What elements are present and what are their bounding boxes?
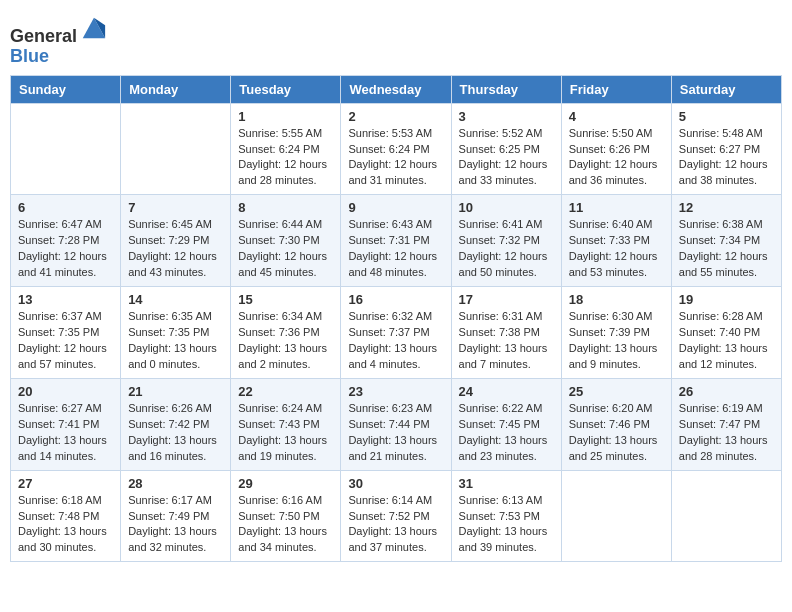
day-info: Sunrise: 5:48 AM Sunset: 6:27 PM Dayligh… xyxy=(679,126,774,190)
day-info: Sunrise: 6:34 AM Sunset: 7:36 PM Dayligh… xyxy=(238,309,333,373)
logo-blue: Blue xyxy=(10,46,49,66)
calendar-cell: 6Sunrise: 6:47 AM Sunset: 7:28 PM Daylig… xyxy=(11,195,121,287)
day-info: Sunrise: 6:43 AM Sunset: 7:31 PM Dayligh… xyxy=(348,217,443,281)
calendar-cell: 1Sunrise: 5:55 AM Sunset: 6:24 PM Daylig… xyxy=(231,103,341,195)
day-info: Sunrise: 6:41 AM Sunset: 7:32 PM Dayligh… xyxy=(459,217,554,281)
day-number: 15 xyxy=(238,292,333,307)
calendar-cell: 8Sunrise: 6:44 AM Sunset: 7:30 PM Daylig… xyxy=(231,195,341,287)
calendar-cell: 3Sunrise: 5:52 AM Sunset: 6:25 PM Daylig… xyxy=(451,103,561,195)
day-info: Sunrise: 6:26 AM Sunset: 7:42 PM Dayligh… xyxy=(128,401,223,465)
calendar-header-row: SundayMondayTuesdayWednesdayThursdayFrid… xyxy=(11,75,782,103)
calendar-cell xyxy=(671,470,781,562)
day-info: Sunrise: 6:38 AM Sunset: 7:34 PM Dayligh… xyxy=(679,217,774,281)
day-of-week-header: Tuesday xyxy=(231,75,341,103)
day-number: 2 xyxy=(348,109,443,124)
day-number: 25 xyxy=(569,384,664,399)
day-number: 24 xyxy=(459,384,554,399)
calendar-cell: 10Sunrise: 6:41 AM Sunset: 7:32 PM Dayli… xyxy=(451,195,561,287)
day-number: 10 xyxy=(459,200,554,215)
day-info: Sunrise: 6:16 AM Sunset: 7:50 PM Dayligh… xyxy=(238,493,333,557)
day-of-week-header: Saturday xyxy=(671,75,781,103)
day-info: Sunrise: 6:18 AM Sunset: 7:48 PM Dayligh… xyxy=(18,493,113,557)
calendar-cell: 29Sunrise: 6:16 AM Sunset: 7:50 PM Dayli… xyxy=(231,470,341,562)
day-number: 27 xyxy=(18,476,113,491)
calendar-cell: 18Sunrise: 6:30 AM Sunset: 7:39 PM Dayli… xyxy=(561,287,671,379)
calendar-cell: 4Sunrise: 5:50 AM Sunset: 6:26 PM Daylig… xyxy=(561,103,671,195)
calendar-cell: 12Sunrise: 6:38 AM Sunset: 7:34 PM Dayli… xyxy=(671,195,781,287)
calendar-cell: 13Sunrise: 6:37 AM Sunset: 7:35 PM Dayli… xyxy=(11,287,121,379)
calendar-cell: 9Sunrise: 6:43 AM Sunset: 7:31 PM Daylig… xyxy=(341,195,451,287)
calendar-week-row: 6Sunrise: 6:47 AM Sunset: 7:28 PM Daylig… xyxy=(11,195,782,287)
day-info: Sunrise: 6:30 AM Sunset: 7:39 PM Dayligh… xyxy=(569,309,664,373)
day-number: 30 xyxy=(348,476,443,491)
calendar-cell: 27Sunrise: 6:18 AM Sunset: 7:48 PM Dayli… xyxy=(11,470,121,562)
calendar-table: SundayMondayTuesdayWednesdayThursdayFrid… xyxy=(10,75,782,563)
day-number: 23 xyxy=(348,384,443,399)
day-number: 5 xyxy=(679,109,774,124)
logo-text: GeneralBlue xyxy=(10,14,107,67)
calendar-week-row: 13Sunrise: 6:37 AM Sunset: 7:35 PM Dayli… xyxy=(11,287,782,379)
day-info: Sunrise: 6:23 AM Sunset: 7:44 PM Dayligh… xyxy=(348,401,443,465)
day-number: 21 xyxy=(128,384,223,399)
day-number: 13 xyxy=(18,292,113,307)
day-number: 3 xyxy=(459,109,554,124)
day-number: 29 xyxy=(238,476,333,491)
calendar-cell: 15Sunrise: 6:34 AM Sunset: 7:36 PM Dayli… xyxy=(231,287,341,379)
calendar-cell: 20Sunrise: 6:27 AM Sunset: 7:41 PM Dayli… xyxy=(11,378,121,470)
day-of-week-header: Wednesday xyxy=(341,75,451,103)
day-info: Sunrise: 5:52 AM Sunset: 6:25 PM Dayligh… xyxy=(459,126,554,190)
day-number: 17 xyxy=(459,292,554,307)
day-number: 11 xyxy=(569,200,664,215)
day-number: 14 xyxy=(128,292,223,307)
calendar-cell xyxy=(121,103,231,195)
calendar-cell: 2Sunrise: 5:53 AM Sunset: 6:24 PM Daylig… xyxy=(341,103,451,195)
day-info: Sunrise: 6:19 AM Sunset: 7:47 PM Dayligh… xyxy=(679,401,774,465)
day-info: Sunrise: 6:45 AM Sunset: 7:29 PM Dayligh… xyxy=(128,217,223,281)
day-number: 1 xyxy=(238,109,333,124)
calendar-week-row: 27Sunrise: 6:18 AM Sunset: 7:48 PM Dayli… xyxy=(11,470,782,562)
day-number: 7 xyxy=(128,200,223,215)
calendar-cell xyxy=(561,470,671,562)
calendar-cell: 22Sunrise: 6:24 AM Sunset: 7:43 PM Dayli… xyxy=(231,378,341,470)
calendar-cell: 30Sunrise: 6:14 AM Sunset: 7:52 PM Dayli… xyxy=(341,470,451,562)
day-number: 16 xyxy=(348,292,443,307)
day-info: Sunrise: 6:31 AM Sunset: 7:38 PM Dayligh… xyxy=(459,309,554,373)
day-info: Sunrise: 6:20 AM Sunset: 7:46 PM Dayligh… xyxy=(569,401,664,465)
day-number: 22 xyxy=(238,384,333,399)
day-number: 12 xyxy=(679,200,774,215)
day-number: 9 xyxy=(348,200,443,215)
day-number: 8 xyxy=(238,200,333,215)
calendar-cell xyxy=(11,103,121,195)
day-info: Sunrise: 6:47 AM Sunset: 7:28 PM Dayligh… xyxy=(18,217,113,281)
day-number: 4 xyxy=(569,109,664,124)
calendar-cell: 31Sunrise: 6:13 AM Sunset: 7:53 PM Dayli… xyxy=(451,470,561,562)
day-of-week-header: Sunday xyxy=(11,75,121,103)
logo-general: General xyxy=(10,26,77,46)
day-info: Sunrise: 6:27 AM Sunset: 7:41 PM Dayligh… xyxy=(18,401,113,465)
day-info: Sunrise: 6:28 AM Sunset: 7:40 PM Dayligh… xyxy=(679,309,774,373)
logo: GeneralBlue xyxy=(10,14,107,67)
day-info: Sunrise: 6:17 AM Sunset: 7:49 PM Dayligh… xyxy=(128,493,223,557)
day-info: Sunrise: 6:37 AM Sunset: 7:35 PM Dayligh… xyxy=(18,309,113,373)
calendar-cell: 5Sunrise: 5:48 AM Sunset: 6:27 PM Daylig… xyxy=(671,103,781,195)
day-info: Sunrise: 6:14 AM Sunset: 7:52 PM Dayligh… xyxy=(348,493,443,557)
day-info: Sunrise: 5:50 AM Sunset: 6:26 PM Dayligh… xyxy=(569,126,664,190)
day-number: 18 xyxy=(569,292,664,307)
calendar-cell: 19Sunrise: 6:28 AM Sunset: 7:40 PM Dayli… xyxy=(671,287,781,379)
calendar-cell: 23Sunrise: 6:23 AM Sunset: 7:44 PM Dayli… xyxy=(341,378,451,470)
day-number: 6 xyxy=(18,200,113,215)
calendar-cell: 17Sunrise: 6:31 AM Sunset: 7:38 PM Dayli… xyxy=(451,287,561,379)
calendar-cell: 14Sunrise: 6:35 AM Sunset: 7:35 PM Dayli… xyxy=(121,287,231,379)
day-number: 20 xyxy=(18,384,113,399)
day-number: 31 xyxy=(459,476,554,491)
calendar-cell: 26Sunrise: 6:19 AM Sunset: 7:47 PM Dayli… xyxy=(671,378,781,470)
day-info: Sunrise: 6:40 AM Sunset: 7:33 PM Dayligh… xyxy=(569,217,664,281)
day-info: Sunrise: 6:32 AM Sunset: 7:37 PM Dayligh… xyxy=(348,309,443,373)
calendar-cell: 7Sunrise: 6:45 AM Sunset: 7:29 PM Daylig… xyxy=(121,195,231,287)
calendar-cell: 11Sunrise: 6:40 AM Sunset: 7:33 PM Dayli… xyxy=(561,195,671,287)
calendar-cell: 24Sunrise: 6:22 AM Sunset: 7:45 PM Dayli… xyxy=(451,378,561,470)
day-info: Sunrise: 5:55 AM Sunset: 6:24 PM Dayligh… xyxy=(238,126,333,190)
day-number: 26 xyxy=(679,384,774,399)
calendar-week-row: 1Sunrise: 5:55 AM Sunset: 6:24 PM Daylig… xyxy=(11,103,782,195)
day-of-week-header: Friday xyxy=(561,75,671,103)
